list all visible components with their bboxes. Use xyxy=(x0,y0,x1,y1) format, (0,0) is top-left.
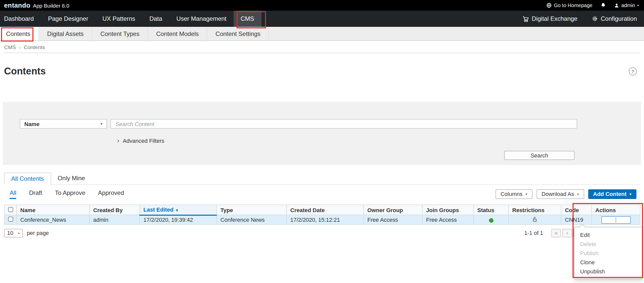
subnav-label: Content Settings xyxy=(216,30,260,37)
cell-type: Conference News xyxy=(217,215,287,225)
app-root: entando App Builder 6.0 Go to Homepage a… xyxy=(0,0,644,283)
configuration-link[interactable]: Configuration xyxy=(584,11,644,27)
subnav-item-contents[interactable]: Contents xyxy=(0,27,39,41)
menu-item-clone[interactable]: Clone xyxy=(575,258,642,267)
col-code[interactable]: Code xyxy=(561,205,592,215)
nav-item-dashboard[interactable]: Dashboard xyxy=(0,11,41,27)
nav-label: Dashboard xyxy=(4,15,34,22)
first-page-button[interactable]: « xyxy=(551,229,561,237)
col-created-date[interactable]: Created Date xyxy=(287,205,364,215)
subnav-item-content-models[interactable]: Content Models xyxy=(148,27,207,41)
subnav-item-content-types[interactable]: Content Types xyxy=(92,27,148,41)
search-field-selected: Name xyxy=(24,121,40,127)
col-type[interactable]: Type xyxy=(217,205,287,215)
nav-item-ux-patterns[interactable]: UX Patterns xyxy=(95,11,142,27)
help-icon[interactable]: ? xyxy=(629,67,637,75)
tab-all-contents[interactable]: All Contents xyxy=(4,173,51,185)
col-restrictions[interactable]: Restrictions xyxy=(508,205,561,215)
chevron-up-icon: ▴ xyxy=(18,231,20,235)
nav-label: Page Designer xyxy=(48,15,88,22)
help-glyph: ? xyxy=(631,69,634,74)
search-field-selector[interactable]: Name ▾ xyxy=(20,119,107,129)
cell-created-date: 17/2/2020, 15:12:21 xyxy=(287,215,364,225)
contents-table: Name Created By Last Edited▾ Type Create… xyxy=(4,205,640,225)
digital-exchange-link[interactable]: Digital Exchange xyxy=(518,11,584,27)
col-last-edited[interactable]: Last Edited▾ xyxy=(140,205,217,215)
col-label: Restrictions xyxy=(512,207,544,213)
add-content-button[interactable]: Add Content ▾ xyxy=(588,189,636,199)
nav-item-data[interactable]: Data xyxy=(142,11,169,27)
menu-item-unpublish[interactable]: Unpublish xyxy=(575,267,642,276)
menu-item-publish: Publish xyxy=(575,249,642,258)
subnav-item-content-settings[interactable]: Content Settings xyxy=(207,27,269,41)
brand-logo: entando xyxy=(4,2,30,9)
breadcrumb-cms[interactable]: CMS xyxy=(4,44,16,50)
user-menu[interactable]: admin ▾ xyxy=(614,3,639,8)
download-as-button[interactable]: Download As ▾ xyxy=(537,189,584,199)
cell-name: Conference_News xyxy=(16,215,89,225)
col-status[interactable]: Status xyxy=(473,205,508,215)
search-button-label: Search xyxy=(531,152,548,158)
nav-label: CMS xyxy=(241,15,254,22)
nav-label: Data xyxy=(149,15,162,22)
chevron-down-icon: ▾ xyxy=(526,192,527,196)
subtab-approved[interactable]: Approved xyxy=(98,189,124,199)
kebab-icon: ⋮ xyxy=(613,217,619,223)
subtab-draft[interactable]: Draft xyxy=(29,189,42,199)
cart-icon xyxy=(522,15,529,22)
subnav-item-digital-assets[interactable]: Digital Assets xyxy=(39,27,92,41)
col-join-groups[interactable]: Join Groups xyxy=(422,205,473,215)
row-checkbox[interactable] xyxy=(8,217,13,222)
search-filter-panel: Name ▾ › Advanced Filters Search xyxy=(3,102,641,165)
advanced-filters-toggle[interactable]: › Advanced Filters xyxy=(117,137,164,144)
subnav-label: Content Models xyxy=(156,30,199,37)
nav-item-page-designer[interactable]: Page Designer xyxy=(41,11,95,27)
menu-item-delete: Delete xyxy=(575,239,642,249)
user-name: admin xyxy=(621,3,635,8)
cell-owner-group: Free Access xyxy=(364,215,422,225)
col-created-by[interactable]: Created By xyxy=(89,205,140,215)
menu-item-edit[interactable]: Edit xyxy=(575,230,642,239)
breadcrumb-contents: Contents xyxy=(24,44,45,50)
subnav-label: Contents xyxy=(6,30,30,37)
subtab-to-approve[interactable]: To Approve xyxy=(55,189,85,199)
advanced-filters-label: Advanced Filters xyxy=(123,137,164,144)
nav-label: User Management xyxy=(176,15,226,22)
tab-only-mine[interactable]: Only Mine xyxy=(51,172,91,184)
subtab-all[interactable]: All xyxy=(10,189,16,199)
col-owner-group[interactable]: Owner Group xyxy=(364,205,422,215)
select-all-checkbox[interactable] xyxy=(8,207,13,212)
cell-status xyxy=(473,215,508,225)
prev-page-button[interactable]: ‹ xyxy=(562,229,572,237)
status-subtabs-row: All Draft To Approve Approved Columns ▾ … xyxy=(10,187,636,201)
page-size-selector[interactable]: 10 ▴ xyxy=(4,229,23,237)
chevron-down-icon: ▾ xyxy=(101,122,102,126)
subnav-label: Digital Assets xyxy=(47,30,84,37)
cell-restrictions xyxy=(508,215,561,225)
chevron-right-icon: › xyxy=(117,137,119,144)
col-name[interactable]: Name xyxy=(16,205,89,215)
row-actions-kebab-button[interactable]: ⋮ xyxy=(601,216,631,224)
col-label: Join Groups xyxy=(426,207,459,213)
search-input[interactable] xyxy=(110,119,577,129)
table-header-row: Name Created By Last Edited▾ Type Create… xyxy=(4,205,640,215)
nav-label: UX Patterns xyxy=(102,15,135,22)
nav-item-user-management[interactable]: User Management xyxy=(169,11,233,27)
notifications-button[interactable] xyxy=(600,3,606,8)
columns-label: Columns xyxy=(501,191,523,197)
search-button[interactable]: Search xyxy=(504,151,575,160)
status-published-icon xyxy=(489,218,493,223)
col-actions: Actions xyxy=(592,205,640,215)
nav-item-cms[interactable]: CMS xyxy=(234,11,261,27)
table-row[interactable]: Conference_News admin 17/2/2020, 19:39:4… xyxy=(4,215,640,225)
configuration-label: Configuration xyxy=(601,15,637,22)
cell-code: CNN19 xyxy=(561,215,592,225)
breadcrumb: CMS › Contents xyxy=(4,41,640,53)
cell-actions: ⋮ xyxy=(592,215,640,225)
cell-last-edited: 17/2/2020, 19:39:42 xyxy=(140,215,217,225)
columns-button[interactable]: Columns ▾ xyxy=(496,189,533,199)
go-to-homepage-link[interactable]: Go to Homepage xyxy=(546,3,592,8)
go-to-homepage-label: Go to Homepage xyxy=(554,3,592,8)
row-actions-menu: Edit Delete Publish Clone Unpublish xyxy=(574,227,643,279)
col-label: Name xyxy=(20,207,35,213)
